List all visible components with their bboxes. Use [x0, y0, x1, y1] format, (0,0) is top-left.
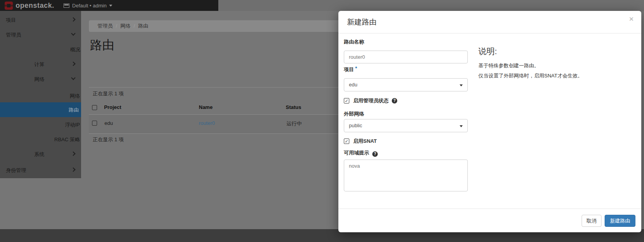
caret-down-icon: [109, 5, 112, 7]
description-heading: 说明:: [478, 46, 497, 57]
snat-label: 启用SNAT: [353, 138, 377, 145]
create-router-button[interactable]: 新建路由: [605, 215, 635, 227]
admin-state-row: ✓ 启用管理员状态 ?: [344, 97, 397, 104]
az-hint-label: 可用域提示?: [344, 149, 378, 157]
breadcrumb-admin[interactable]: 管理员: [97, 23, 113, 29]
cell-project: edu: [104, 120, 113, 126]
row-checkbox[interactable]: [92, 121, 97, 126]
admin-state-checkbox[interactable]: ✓: [344, 98, 349, 103]
description-line1: 基于特殊参数创建一路由。: [478, 62, 539, 69]
sidebar-item-overview[interactable]: 概况: [70, 46, 80, 53]
router-name-label: 路由名称: [344, 39, 364, 46]
project-select[interactable]: edu: [344, 78, 468, 91]
openstack-logo-icon[interactable]: [5, 2, 13, 10]
help-icon[interactable]: ?: [392, 98, 397, 103]
caret-down-icon: [460, 84, 463, 86]
sidebar-item-identity[interactable]: 身份管理: [6, 167, 26, 174]
sidebar-item-compute[interactable]: 计算: [34, 61, 44, 68]
sidebar-item-project[interactable]: 项目: [6, 17, 16, 24]
domain-user-menu[interactable]: Default • admin: [64, 3, 112, 9]
navbar-brand-area: openstack. Default • admin: [0, 0, 218, 11]
sidebar-item-routers-label: 路由: [69, 107, 79, 114]
breadcrumb-routers: 路由: [138, 23, 148, 29]
external-network-select-value: public: [349, 123, 362, 128]
screen: openstack. Default • admin 项目 管理员 概况 计算 …: [0, 0, 644, 242]
sidebar-item-network[interactable]: 网络: [34, 76, 44, 83]
cell-name-link[interactable]: router0: [199, 120, 215, 126]
router-name-input[interactable]: [344, 51, 468, 63]
sidebar-item-networks[interactable]: 网络: [70, 93, 80, 100]
modal-header-divider: [338, 33, 641, 33]
sidebar-item-routers-active[interactable]: 路由: [0, 102, 81, 117]
top-navbar: openstack. Default • admin: [0, 0, 644, 11]
az-hint-textarea[interactable]: nova: [344, 160, 468, 191]
admin-state-label: 启用管理员状态: [353, 97, 389, 104]
description-line2: 仅当设置了外部网络时，启用SNAT才会生效。: [478, 72, 583, 79]
az-hint-label-text: 可用域提示: [344, 150, 369, 156]
snat-checkbox[interactable]: ✓: [344, 139, 349, 144]
close-icon[interactable]: ×: [629, 15, 633, 23]
project-label: 项目*: [344, 66, 357, 73]
required-asterisk: *: [355, 65, 357, 71]
sidebar-item-floating-ip[interactable]: 浮动IP: [65, 121, 80, 128]
openstack-logo-text[interactable]: openstack.: [16, 2, 54, 10]
create-router-modal: 新建路由 × 路由名称 项目* edu ✓ 启用管理员状态 ? 外部网络 pub…: [338, 11, 641, 232]
breadcrumb-separator: /: [134, 23, 135, 29]
external-network-select[interactable]: public: [344, 119, 468, 132]
sidebar-item-system[interactable]: 系统: [34, 151, 44, 158]
breadcrumb-network[interactable]: 网络: [120, 23, 131, 29]
project-label-text: 项目: [344, 67, 354, 72]
modal-footer-divider: [338, 209, 641, 209]
project-select-value: edu: [349, 82, 357, 88]
external-network-label: 外部网络: [344, 110, 364, 117]
cancel-button[interactable]: 取消: [582, 215, 602, 227]
cell-status: 运行中: [287, 120, 302, 127]
table-count-bottom: 正在显示 1 项: [93, 136, 124, 143]
domain-user-label: Default • admin: [72, 3, 106, 9]
help-icon[interactable]: ?: [372, 151, 378, 157]
page-title: 路由: [90, 37, 114, 53]
domain-icon: [64, 4, 69, 8]
sidebar-item-admin[interactable]: 管理员: [6, 32, 21, 39]
select-all-checkbox[interactable]: [92, 105, 97, 110]
column-header-name[interactable]: Name: [199, 104, 212, 110]
breadcrumb-separator: /: [116, 23, 117, 29]
sidebar-item-rbac-policies[interactable]: RBAC 策略: [54, 136, 80, 143]
column-header-status[interactable]: Status: [286, 104, 301, 110]
column-header-project[interactable]: Project: [104, 104, 121, 110]
table-count-top: 正在显示 1 项: [93, 90, 124, 97]
modal-title: 新建路由: [347, 17, 377, 27]
snat-row: ✓ 启用SNAT: [344, 138, 377, 145]
caret-down-icon: [460, 125, 463, 127]
